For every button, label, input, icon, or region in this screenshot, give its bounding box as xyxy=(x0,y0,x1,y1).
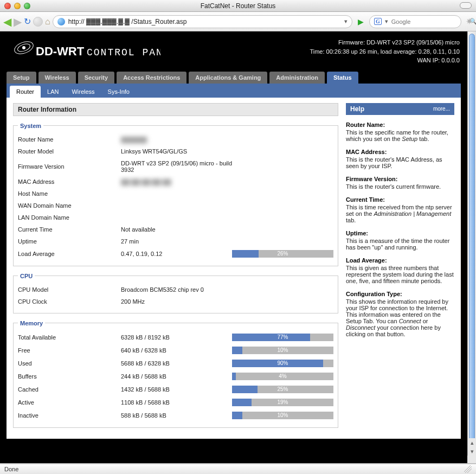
tab-security[interactable]: Security xyxy=(78,72,114,84)
scrollbar-track[interactable]: ▴ ▾ xyxy=(467,31,476,463)
progress-percent: 26% xyxy=(232,250,333,258)
info-key: MAC Address xyxy=(18,178,121,185)
tab-setup[interactable]: Setup xyxy=(7,72,36,84)
progress-percent: 10% xyxy=(232,347,333,354)
info-row: WAN Domain Name xyxy=(18,200,333,212)
help-item-body: This is the router's current firmware. xyxy=(346,183,441,190)
wanip-line: WAN IP: 0.0.0.0 xyxy=(310,56,460,65)
info-row: Buffers244 kB / 5688 kB4% xyxy=(18,370,333,383)
info-row: Cached1432 kB / 5688 kB25% xyxy=(18,383,333,396)
section-legend: System xyxy=(18,123,43,129)
section-system: SystemRouter Name▓▓▓▓▓▓Router ModelLinks… xyxy=(13,123,338,266)
help-item: Current Time:This is time received from … xyxy=(346,196,454,223)
section-cpu: CPUCPU ModelBroadcom BCM5352 chip rev 0C… xyxy=(13,273,338,313)
toolbar-toggle-button[interactable] xyxy=(460,2,472,9)
info-value: 1432 kB / 5688 kB xyxy=(121,386,232,393)
tab-wireless[interactable]: Wireless xyxy=(38,72,76,84)
info-row: Router ModelLinksys WRT54G/GL/GS xyxy=(18,145,333,157)
progress-percent: 90% xyxy=(232,360,333,367)
stop-button[interactable] xyxy=(33,17,43,27)
resize-handle[interactable] xyxy=(467,456,476,463)
tab-status[interactable]: Status xyxy=(327,72,358,84)
info-row: Total Available6328 kB / 8192 kB77% xyxy=(18,331,333,344)
info-row: Host Name xyxy=(18,188,333,200)
progress-bar: 10% xyxy=(232,412,333,419)
section-legend: Memory xyxy=(18,320,45,326)
search-input[interactable] xyxy=(391,18,466,25)
progress-bar: 90% xyxy=(232,360,333,367)
help-item: Configuration Type:This shows the inform… xyxy=(346,291,454,337)
help-item-body: This is a measure of the time the router… xyxy=(346,238,449,251)
brand-logo: DD-WRT CONTROL PANEL xyxy=(8,36,160,65)
browser-viewport: DD-WRT CONTROL PANEL Firmware: DD-WRT v2… xyxy=(0,31,476,464)
info-row: Inactive588 kB / 5688 kB10% xyxy=(18,409,333,422)
help-item-title: Firmware Version: xyxy=(346,176,454,182)
tab-applications-gaming[interactable]: Applications & Gaming xyxy=(189,72,267,84)
firmware-line: Firmware: DD-WRT v23 SP2 (09/15/06) micr… xyxy=(310,38,460,47)
info-key: Router Model xyxy=(18,148,121,155)
section-memory: MemoryTotal Available6328 kB / 8192 kB77… xyxy=(13,320,338,428)
forward-button[interactable]: ▶ xyxy=(14,16,22,27)
subtab-sys-info[interactable]: Sys-Info xyxy=(101,86,136,98)
reload-button[interactable]: ↻ xyxy=(24,16,31,27)
subtab-wireless[interactable]: Wireless xyxy=(65,86,101,98)
progress-bar: 25% xyxy=(232,386,333,393)
window-titlebar: FatCatNet - Router Status xyxy=(0,0,476,12)
home-button[interactable]: ⌂ xyxy=(45,17,50,27)
info-row: Active1108 kB / 5688 kB19% xyxy=(18,396,333,409)
scroll-down-button[interactable]: ▾ xyxy=(468,447,476,456)
help-item-body: This is the router's MAC Address, as see… xyxy=(346,156,442,169)
main-tabs: SetupWirelessSecurityAccess Restrictions… xyxy=(0,67,467,84)
info-value: 640 kB / 6328 kB xyxy=(121,347,232,354)
help-item-title: Current Time: xyxy=(346,196,454,203)
info-value: 5688 kB / 6328 kB xyxy=(121,360,232,367)
info-key: Router Name xyxy=(18,136,121,143)
info-row: Used5688 kB / 6328 kB90% xyxy=(18,357,333,370)
tab-administration[interactable]: Administration xyxy=(269,72,325,84)
help-item: Firmware Version:This is the router's cu… xyxy=(346,176,454,190)
scroll-up-button[interactable]: ▴ xyxy=(468,438,476,447)
go-button[interactable]: ▶ xyxy=(358,17,364,26)
info-value: 1108 kB / 5688 kB xyxy=(121,399,232,406)
help-item: Router Name:This is the specific name fo… xyxy=(346,121,454,142)
search-bar[interactable]: G▾ 🔍 xyxy=(369,15,461,28)
bug-report-icon[interactable]: ✷ xyxy=(466,16,473,27)
help-item-body: This shows the information required by y… xyxy=(346,298,448,337)
google-icon: G xyxy=(374,18,382,25)
subtab-router[interactable]: Router xyxy=(10,86,41,98)
help-item: MAC Address:This is the router's MAC Add… xyxy=(346,149,454,169)
info-key: Active xyxy=(18,399,121,406)
help-item: Load Average:This is given as three numb… xyxy=(346,257,454,284)
info-row: CPU Clock200 MHz xyxy=(18,296,333,308)
info-row: LAN Domain Name xyxy=(18,212,333,223)
info-value: 200 MHz xyxy=(121,298,232,305)
info-key: Used xyxy=(18,360,121,367)
page-content: DD-WRT CONTROL PANEL Firmware: DD-WRT v2… xyxy=(0,31,467,463)
info-row: Firmware VersionDD-WRT v23 SP2 (09/15/06… xyxy=(18,157,333,176)
back-button[interactable]: ◀ xyxy=(3,16,11,27)
scrollbar-thumb[interactable] xyxy=(469,34,475,446)
address-bar[interactable]: ▾ xyxy=(53,15,352,28)
help-more-link[interactable]: more... xyxy=(433,106,450,112)
svg-text:CONTROL PANEL: CONTROL PANEL xyxy=(87,47,160,58)
help-item-body: This is the specific name for the router… xyxy=(346,129,448,142)
info-key: Free xyxy=(18,347,121,354)
progress-bar: 26% xyxy=(232,250,333,258)
progress-bar: 19% xyxy=(232,399,333,406)
progress-percent: 25% xyxy=(232,386,333,393)
address-history-dropdown[interactable]: ▾ xyxy=(344,18,348,25)
info-value: ▓▓▓▓▓▓ xyxy=(121,136,232,143)
subtab-lan[interactable]: LAN xyxy=(41,86,65,98)
info-row: Free640 kB / 6328 kB10% xyxy=(18,344,333,357)
info-value: 588 kB / 5688 kB xyxy=(121,412,232,419)
time-line: Time: 00:26:38 up 26 min, load average: … xyxy=(310,47,460,56)
info-row: Router Name▓▓▓▓▓▓ xyxy=(18,133,333,145)
window-resize-grip[interactable] xyxy=(464,465,472,473)
info-value: 0.47, 0.19, 0.12 xyxy=(121,251,232,257)
info-row: Uptime27 min xyxy=(18,235,333,247)
url-input[interactable] xyxy=(68,18,341,25)
site-icon xyxy=(57,18,65,25)
progress-bar: 4% xyxy=(232,373,333,380)
help-item-title: MAC Address: xyxy=(346,149,454,155)
tab-access-restrictions[interactable]: Access Restrictions xyxy=(117,72,186,84)
